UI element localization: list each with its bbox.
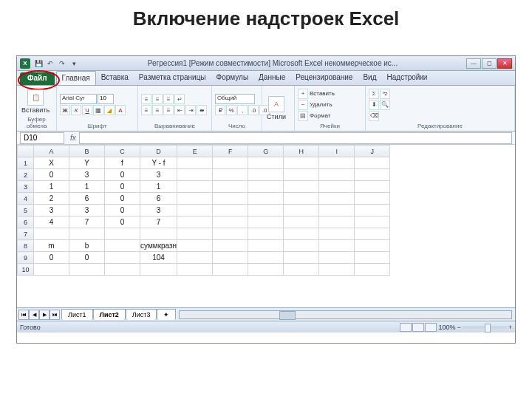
cell[interactable] [319, 193, 355, 205]
cell[interactable] [355, 157, 390, 169]
delete-cells-button[interactable]: −Удалить [298, 100, 335, 110]
cell[interactable]: f [105, 157, 140, 169]
row-10[interactable]: 10 [18, 264, 34, 276]
cell[interactable] [319, 252, 355, 264]
cell[interactable] [248, 228, 284, 240]
cell[interactable] [105, 264, 140, 276]
new-sheet-button[interactable]: ✦ [157, 309, 176, 320]
font-name-select[interactable]: Arial Cyr [60, 94, 97, 104]
cell[interactable] [355, 169, 390, 181]
undo-icon[interactable]: ↶ [45, 58, 55, 69]
cell[interactable] [355, 240, 390, 252]
cell[interactable] [319, 216, 355, 228]
cell[interactable] [284, 228, 319, 240]
cell[interactable] [177, 157, 213, 169]
cell[interactable]: 0 [34, 252, 69, 264]
zoom-level[interactable]: 100% [438, 324, 455, 331]
cell[interactable]: 3 [140, 169, 177, 181]
cell[interactable]: 0 [105, 181, 140, 193]
cell[interactable]: 1 [69, 181, 105, 193]
sheet-tab-2[interactable]: Лист2 [93, 309, 126, 320]
cell[interactable]: 3 [69, 205, 105, 216]
cell[interactable] [248, 216, 284, 228]
cell[interactable] [319, 240, 355, 252]
tab-file[interactable]: Файл [20, 72, 55, 85]
cell[interactable] [284, 264, 319, 276]
cell[interactable]: 4 [34, 216, 69, 228]
insert-cells-button[interactable]: +Вставить [298, 89, 335, 99]
cell[interactable]: Y - f [140, 157, 177, 169]
row-9[interactable]: 9 [18, 252, 34, 264]
cell[interactable] [177, 240, 213, 252]
zoom-in-button[interactable]: + [508, 324, 512, 331]
align-right-button[interactable]: ≡ [163, 105, 174, 115]
col-A[interactable]: A [34, 146, 69, 157]
col-F[interactable]: F [213, 146, 248, 157]
cell[interactable] [248, 240, 284, 252]
cell[interactable] [177, 193, 213, 205]
cell[interactable] [177, 216, 213, 228]
cell[interactable] [105, 240, 140, 252]
tab-data[interactable]: Данные [253, 71, 290, 85]
cell[interactable]: 0 [34, 169, 69, 181]
horizontal-scrollbar[interactable] [179, 310, 512, 319]
cell[interactable] [177, 205, 213, 216]
cell[interactable] [355, 228, 390, 240]
currency-button[interactable]: ₽ [215, 105, 225, 115]
cell[interactable] [177, 264, 213, 276]
zoom-slider[interactable] [463, 326, 507, 329]
autosum-button[interactable]: Σ [369, 89, 379, 99]
cell[interactable]: 0 [105, 169, 140, 181]
cell[interactable]: 0 [105, 216, 140, 228]
page-layout-view-button[interactable] [412, 323, 424, 332]
cell[interactable] [284, 157, 319, 169]
row-6[interactable]: 6 [18, 216, 34, 228]
cell[interactable]: 6 [140, 193, 177, 205]
cell[interactable]: 7 [69, 216, 105, 228]
cell[interactable] [355, 216, 390, 228]
cell[interactable]: 104 [140, 252, 177, 264]
indent-inc-button[interactable]: ⇥ [185, 105, 196, 115]
cell[interactable]: 2 [34, 193, 69, 205]
cell[interactable] [213, 193, 248, 205]
align-bot-button[interactable]: ≡ [163, 94, 174, 104]
cell[interactable] [213, 240, 248, 252]
cell[interactable]: b [69, 240, 105, 252]
row-7[interactable]: 7 [18, 228, 34, 240]
cell[interactable] [213, 228, 248, 240]
cell[interactable] [248, 181, 284, 193]
row-2[interactable]: 2 [18, 169, 34, 181]
cell[interactable] [319, 228, 355, 240]
fill-color-button[interactable]: ◢ [104, 105, 115, 115]
cell[interactable] [319, 181, 355, 193]
sheet-tab-3[interactable]: Лист3 [126, 309, 157, 320]
row-8[interactable]: 8 [18, 240, 34, 252]
cell[interactable] [284, 216, 319, 228]
maximize-button[interactable]: ◻ [482, 58, 497, 69]
cell[interactable] [319, 264, 355, 276]
cell[interactable] [34, 228, 69, 240]
cell[interactable] [177, 169, 213, 181]
zoom-out-button[interactable]: − [457, 324, 460, 331]
cell[interactable]: 0 [69, 252, 105, 264]
qat-dropdown-icon[interactable]: ▾ [69, 58, 79, 69]
col-H[interactable]: H [284, 146, 319, 157]
inc-decimal-button[interactable]: .0 [248, 105, 259, 115]
sheet-tab-1[interactable]: Лист1 [61, 309, 93, 320]
cell[interactable] [213, 157, 248, 169]
col-C[interactable]: C [105, 146, 140, 157]
cell[interactable]: 0 [105, 193, 140, 205]
cell[interactable] [284, 205, 319, 216]
cell[interactable] [248, 252, 284, 264]
col-G[interactable]: G [248, 146, 284, 157]
cell[interactable] [69, 264, 105, 276]
cell[interactable] [284, 193, 319, 205]
paste-button[interactable]: 📋Вставить [20, 88, 51, 115]
cell[interactable] [105, 228, 140, 240]
clear-button[interactable]: ⌫ [369, 111, 379, 121]
col-I[interactable]: I [319, 146, 355, 157]
cell[interactable] [177, 228, 213, 240]
underline-button[interactable]: Ч [82, 105, 92, 115]
cell[interactable]: суммкразн [140, 240, 177, 252]
cell[interactable] [355, 181, 390, 193]
